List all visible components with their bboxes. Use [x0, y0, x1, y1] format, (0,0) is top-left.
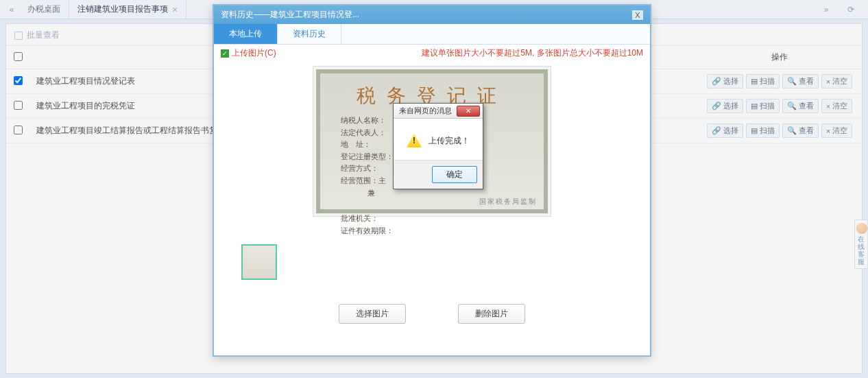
upload-image-link[interactable]: ✓ 上传图片(C) — [221, 47, 276, 59]
alert-close[interactable]: ✕ — [457, 106, 480, 117]
warning-icon — [407, 134, 422, 147]
alert-body: 上传完成！ — [394, 119, 483, 160]
upload-tip: 建议单张图片大小不要超过5M, 多张图片总大小不要超过10M — [422, 47, 643, 59]
doc-fields-1: 纳税人名称： 法定代表人： 地 址： 登记注册类型： 经营方式： 经营范围：主 … — [341, 115, 394, 199]
tab-local-upload[interactable]: 本地上传 — [214, 24, 278, 44]
alert-titlebar: 来自网页的消息 ✕ — [394, 104, 483, 119]
alert-title-text: 来自网页的消息 — [399, 106, 452, 116]
upload-link-text: 上传图片(C) — [232, 47, 276, 59]
modal-button-row: 选择图片 删除图片 — [214, 304, 650, 324]
check-icon: ✓ — [221, 49, 229, 58]
modal-close[interactable]: X — [632, 10, 643, 20]
upload-bar: ✓ 上传图片(C) 建议单张图片大小不要超过5M, 多张图片总大小不要超过10M — [214, 45, 650, 62]
tab-material-history[interactable]: 资料历史 — [278, 24, 341, 44]
choose-image-button[interactable]: 选择图片 — [339, 304, 406, 324]
alert-footer: 确定 — [394, 160, 483, 189]
alert-ok-button[interactable]: 确定 — [432, 166, 477, 183]
remove-image-button[interactable]: 删除图片 — [458, 304, 525, 324]
doc-fields-2: 批准机关： 证件有效期限： — [341, 213, 394, 237]
doc-footer: 国家税务局监制 — [479, 197, 537, 206]
modal-tabs: 本地上传 资料历史 — [214, 24, 650, 45]
modal-titlebar: 资料历史——建筑业工程项目情况登... X — [214, 5, 650, 24]
modal-title-text: 资料历史——建筑业工程项目情况登... — [221, 9, 359, 21]
alert-message: 上传完成！ — [429, 135, 470, 147]
image-thumbnail[interactable] — [241, 244, 277, 280]
upload-alert: 来自网页的消息 ✕ 上传完成！ 确定 — [393, 103, 483, 189]
